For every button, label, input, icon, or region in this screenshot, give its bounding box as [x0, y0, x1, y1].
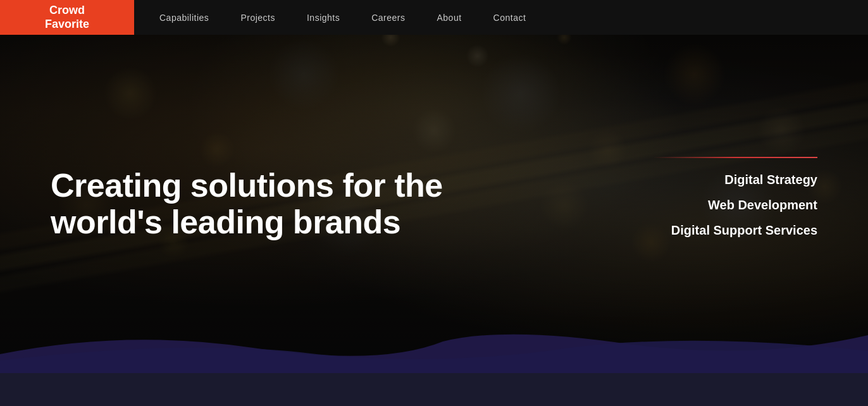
hero-section: Creating solutions for the world's leadi… [0, 0, 868, 373]
logo[interactable]: Crowd Favorite [0, 0, 134, 35]
nav-careers[interactable]: Careers [371, 13, 405, 23]
nav-contact[interactable]: Contact [493, 13, 526, 23]
service-web-development[interactable]: Web Development [708, 196, 817, 214]
nav-links: Capabilities Projects Insights Careers A… [134, 13, 526, 23]
nav-insights[interactable]: Insights [307, 13, 340, 23]
logo-text: Crowd Favorite [45, 4, 89, 31]
nav-projects[interactable]: Projects [240, 13, 275, 23]
hero-right: Digital Strategy Web Development Digital… [615, 157, 817, 252]
nav-capabilities[interactable]: Capabilities [159, 13, 209, 23]
hero-left: Creating solutions for the world's leadi… [51, 168, 615, 240]
hero-headline: Creating solutions for the world's leadi… [51, 168, 481, 240]
bottom-wave [0, 323, 868, 373]
nav-about[interactable]: About [437, 13, 462, 23]
main-nav: Crowd Favorite Capabilities Projects Ins… [0, 0, 868, 35]
services-divider [653, 157, 817, 158]
service-digital-strategy[interactable]: Digital Strategy [724, 171, 817, 188]
service-digital-support[interactable]: Digital Support Services [671, 221, 817, 239]
